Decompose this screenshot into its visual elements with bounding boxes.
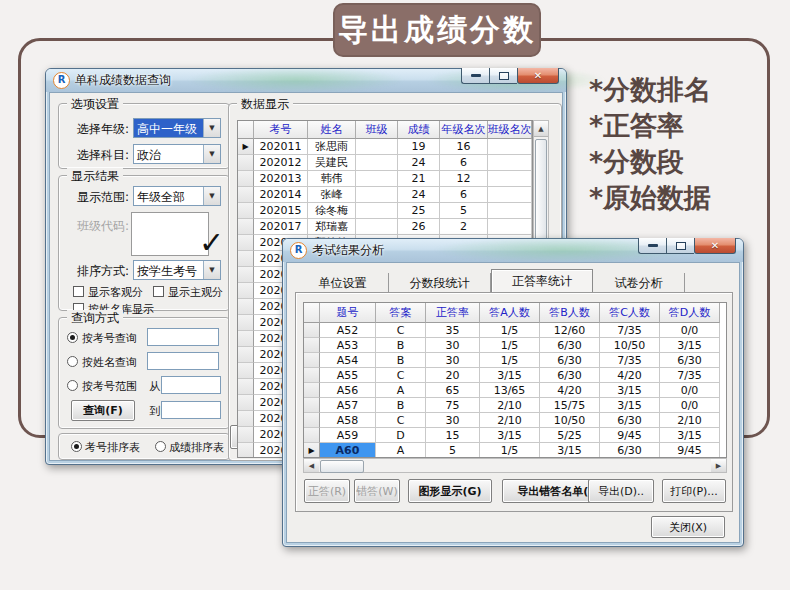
column-header[interactable]: 答C人数 [600,303,660,323]
minimize-button[interactable] [638,238,666,254]
row-selector[interactable] [238,155,254,171]
row-selector[interactable] [304,323,320,338]
close-window-button[interactable]: 关闭(X) [651,516,725,538]
analysis-window-titlebar[interactable]: R 考试结果分析 ✕ [283,239,743,262]
tab-paper-analysis[interactable]: 试卷分析 [593,273,685,293]
by-name-input[interactable] [147,352,219,370]
row-selector[interactable] [238,331,254,347]
row-selector[interactable] [238,267,254,283]
by-range-radio[interactable] [67,380,78,391]
print-button[interactable]: 打印(P)... [662,479,726,503]
class-code-box[interactable] [131,212,209,256]
query-window-titlebar[interactable]: R 单科成绩数据查询 ✕ [46,69,566,92]
table-row[interactable]: A57B752/1015/753/150/0 [304,398,726,413]
row-selector[interactable] [238,171,254,187]
subject-select[interactable]: 政治 ▼ [133,144,221,164]
subjective-checkbox[interactable] [153,286,164,297]
correct-answer-button[interactable]: 正答(R) [304,479,350,503]
table-row[interactable]: A59D153/155/259/453/15 [304,428,726,443]
table-row[interactable]: 202013韩伟2112 [238,171,532,187]
column-header[interactable]: 成绩 [398,121,440,139]
sort-select[interactable]: 按学生考号 ▼ [133,260,221,280]
chevron-down-icon[interactable]: ▼ [203,261,220,279]
column-header[interactable]: 正答率 [426,303,480,323]
table-row[interactable]: ▶A60A51/53/156/309/45 [304,443,726,458]
row-selector[interactable] [304,368,320,383]
by-id-radio[interactable] [67,332,78,343]
table-row[interactable]: A54B301/56/307/356/30 [304,353,726,368]
row-selector[interactable]: ▶ [304,443,320,458]
row-selector[interactable] [238,379,254,395]
table-row[interactable]: 202015徐冬梅255 [238,203,532,219]
scroll-left-icon[interactable]: ◀ [304,459,319,472]
scrollbar-thumb[interactable] [320,460,364,473]
by-name-radio[interactable] [67,356,78,367]
row-selector[interactable]: ▶ [238,139,254,155]
export-button[interactable]: 导出(D).. [588,479,654,503]
query-button[interactable]: 查询(F) [71,400,135,421]
column-header[interactable]: 年级名次 [440,121,488,139]
row-selector[interactable] [238,443,254,458]
analysis-table-hscrollbar[interactable]: ◀ ▶ [303,458,727,473]
row-selector[interactable] [304,398,320,413]
tab-score-segments[interactable]: 分数段统计 [389,273,491,293]
table-row[interactable]: A52C351/512/607/350/0 [304,323,726,338]
row-selector[interactable] [304,338,320,353]
order-by-id-radio[interactable] [71,441,82,452]
column-header[interactable]: 答A人数 [480,303,540,323]
table-row[interactable]: 202014张峰246 [238,187,532,203]
table-row[interactable]: 202017郑瑞嘉262 [238,219,532,235]
scroll-up-icon[interactable]: ▲ [534,121,548,137]
row-selector[interactable] [238,235,254,251]
row-selector[interactable] [238,411,254,427]
column-header[interactable]: 答D人数 [660,303,720,323]
order-by-score-radio[interactable] [155,441,166,452]
row-selector[interactable] [304,413,320,428]
maximize-button[interactable] [489,68,517,84]
row-selector[interactable] [238,347,254,363]
range-select[interactable]: 年级全部 ▼ [133,186,221,206]
row-selector[interactable] [304,428,320,443]
grade-select[interactable]: 高中一年级 ▼ [133,118,221,138]
row-selector[interactable] [238,219,254,235]
by-id-input[interactable] [147,328,219,346]
scroll-right-icon[interactable]: ▶ [711,459,726,472]
range-to-input[interactable] [161,401,221,419]
table-row[interactable]: A55C203/156/304/207/35 [304,368,726,383]
table-row[interactable]: 202012吴建民246 [238,155,532,171]
minimize-button[interactable] [461,68,489,84]
table-row[interactable]: A56A6513/654/203/150/0 [304,383,726,398]
chevron-down-icon[interactable]: ▼ [203,119,220,137]
row-selector[interactable] [238,283,254,299]
row-selector[interactable] [238,363,254,379]
table-row[interactable]: ▶202011张思雨1916 [238,139,532,155]
column-header[interactable]: 班级名次 [488,121,532,139]
wrong-answer-button[interactable]: 错答(W) [354,479,400,503]
close-button[interactable]: ✕ [694,238,736,254]
column-header[interactable]: 姓名 [308,121,356,139]
table-row[interactable]: A58C302/1010/506/302/10 [304,413,726,428]
graph-display-button[interactable]: 图形显示(G) [408,479,492,503]
column-header[interactable]: 考号 [254,121,308,139]
row-selector[interactable] [238,299,254,315]
row-selector[interactable] [304,383,320,398]
close-button[interactable]: ✕ [517,68,559,84]
row-selector[interactable] [238,427,254,443]
table-row[interactable]: A53B301/56/3010/503/15 [304,338,726,353]
row-selector[interactable] [238,395,254,411]
column-header[interactable]: 答B人数 [540,303,600,323]
range-from-input[interactable] [161,376,221,394]
chevron-down-icon[interactable]: ▼ [203,187,220,205]
chevron-down-icon[interactable]: ▼ [203,145,220,163]
column-header[interactable]: 题号 [320,303,376,323]
row-selector[interactable] [238,315,254,331]
tab-unit-settings[interactable]: 单位设置 [297,273,389,293]
column-header[interactable]: 班级 [356,121,398,139]
row-selector[interactable] [238,251,254,267]
maximize-button[interactable] [666,238,694,254]
tab-correct-rate[interactable]: 正答率统计 [491,269,593,293]
row-selector[interactable] [238,187,254,203]
row-selector[interactable] [238,203,254,219]
column-header[interactable]: 答案 [376,303,426,323]
objective-checkbox[interactable] [73,286,84,297]
